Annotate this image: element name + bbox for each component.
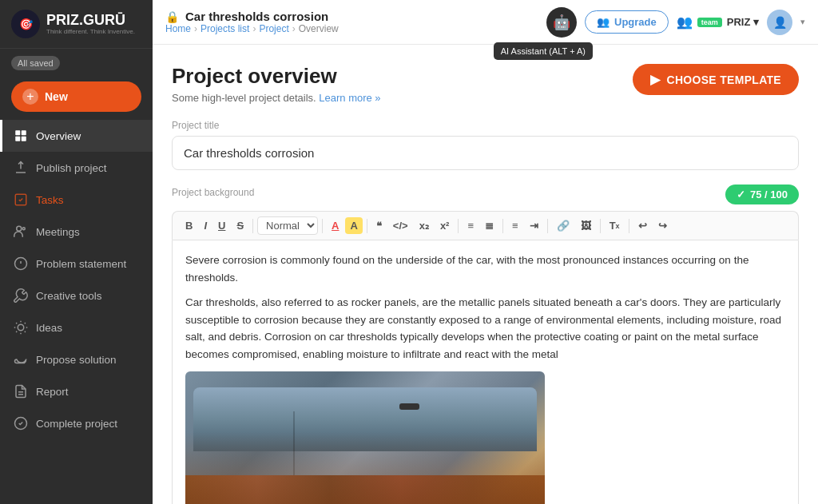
new-button[interactable]: + New [11,81,141,112]
svg-rect-3 [22,137,26,141]
plus-icon: + [22,89,38,105]
align-button[interactable]: ≡ [507,217,523,234]
content-header: Project overview Some high-level project… [172,64,799,104]
choose-template-icon: ▶ [650,72,660,87]
breadcrumb-current: Overview [299,23,339,34]
background-label: Project background [172,187,254,198]
quote-button[interactable]: ❝ [371,217,387,234]
saved-badge: All saved [11,56,60,70]
superscript-button[interactable]: x² [435,217,455,234]
underline-button[interactable]: U [213,217,230,234]
sidebar-item-complete[interactable]: Complete project [0,407,153,439]
breadcrumb-projects[interactable]: Projects list [201,23,249,34]
sidebar-item-creative-tools[interactable]: Creative tools [0,280,153,312]
meetings-icon [14,224,28,239]
breadcrumb-home[interactable]: Home [165,23,191,34]
ai-tooltip: AI Assistant (ALT + A) [494,42,593,60]
topbar-left: 🔒 Car thresholds corrosion Home › Projec… [165,10,339,34]
publish-icon [14,161,28,175]
svg-rect-1 [22,130,26,135]
body-paragraph-2: Car thresholds, also referred to as rock… [185,294,785,363]
sidebar-item-report[interactable]: Report [0,375,153,407]
ai-assistant-button[interactable]: 🤖 AI Assistant (ALT + A) [546,7,577,38]
font-bg-button[interactable]: A [345,217,362,234]
people-icon: 👥 [677,14,693,30]
toolbar-sep-1 [252,219,253,233]
indent-button[interactable]: ⇥ [525,217,543,234]
font-color-button[interactable]: A [327,217,343,234]
toolbar-sep-5 [502,219,503,233]
sidebar-item-report-label: Report [36,386,69,398]
code-button[interactable]: </> [388,217,413,234]
content-title-block: Project overview Some high-level project… [172,64,381,104]
body-paragraph-1: Severe corrosion is commonly found on th… [185,252,785,286]
sidebar-item-tasks-label: Tasks [36,194,64,206]
sidebar-item-publish[interactable]: Publish project [0,152,153,184]
svg-point-5 [17,226,22,231]
sidebar-item-tasks[interactable]: Tasks [0,184,153,216]
content-area: Project overview Some high-level project… [153,45,818,504]
topbar: 🔒 Car thresholds corrosion Home › Projec… [153,0,818,45]
team-label: team [697,18,722,27]
learn-more-link[interactable]: Learn more » [319,92,380,104]
page-title-row: 🔒 Car thresholds corrosion [165,10,339,23]
sidebar-item-problem[interactable]: Problem statement [0,248,153,280]
sidebar-item-propose[interactable]: Propose solution [0,343,153,375]
choose-template-label: CHOOSE TEMPLATE [667,73,781,86]
unordered-list-button[interactable]: ≣ [480,217,498,234]
logo-text-block: PRIZ.GURŪ Think different. Think Inventi… [46,13,135,36]
toolbar-sep-4 [458,219,459,233]
strikethrough-button[interactable]: S [232,217,248,234]
sidebar-item-meetings[interactable]: Meetings [0,216,153,248]
editor-body[interactable]: Severe corrosion is commonly found on th… [172,240,799,504]
undo-button[interactable]: ↩ [633,217,652,234]
link-button[interactable]: 🔗 [552,217,574,234]
sidebar-item-propose-label: Propose solution [36,354,117,366]
svg-point-6 [22,228,25,230]
sidebar-item-overview-label: Overview [36,130,81,142]
overview-icon [14,129,28,143]
tasks-icon [14,192,28,207]
svg-point-8 [18,324,24,331]
clear-format-button[interactable]: Tx [605,217,625,234]
upgrade-button[interactable]: 👥 Upgrade [585,10,669,34]
upgrade-icon: 👥 [597,16,610,28]
rust-overlay [185,432,545,504]
logo-area: 🎯 PRIZ.GURŪ Think different. Think Inven… [0,0,153,49]
project-overview-title: Project overview [172,64,381,89]
redo-button[interactable]: ↪ [653,217,672,234]
check-icon: ✓ [737,189,745,200]
sidebar-item-overview[interactable]: Overview [0,120,153,152]
main-area: 🔒 Car thresholds corrosion Home › Projec… [153,0,818,504]
subscript-button[interactable]: x₂ [415,217,434,234]
style-select[interactable]: Normal [257,216,318,235]
breadcrumb-project[interactable]: Project [259,23,288,34]
logo-icon: 🎯 [11,10,40,38]
ai-icon: 🤖 [553,14,570,31]
team-badge[interactable]: 👥 team PRIZ ▾ [677,14,759,30]
chevron-down-icon[interactable]: ▾ [800,17,805,27]
sidebar-item-complete-label: Complete project [36,418,117,430]
priz-label: PRIZ ▾ [727,16,759,28]
project-title-label: Project title [172,120,799,131]
sidebar-item-publish-label: Publish project [36,162,107,174]
project-title-input[interactable]: Car thresholds corrosion [172,136,799,170]
problem-icon [14,256,28,271]
toolbar-sep-2 [322,219,323,233]
sidebar-item-ideas[interactable]: Ideas [0,312,153,343]
project-background-section: Project background ✓ 75 / 100 B I U S No… [172,185,799,504]
sidebar-item-problem-label: Problem statement [36,258,126,270]
brand-tagline: Think different. Think Inventive. [46,28,135,35]
ordered-list-button[interactable]: ≡ [463,217,478,234]
choose-template-button[interactable]: ▶ CHOOSE TEMPLATE [633,64,799,95]
toolbar-sep-3 [367,219,367,233]
image-button[interactable]: 🖼 [576,217,596,234]
italic-button[interactable]: I [199,217,212,234]
propose-icon [14,352,28,367]
toolbar-sep-7 [600,219,601,233]
avatar[interactable]: 👤 [767,10,792,35]
sidebar-item-creative-tools-label: Creative tools [36,290,102,302]
sidebar: 🎯 PRIZ.GURŪ Think different. Think Inven… [0,0,153,504]
bold-button[interactable]: B [181,217,197,234]
ideas-icon [14,320,28,335]
